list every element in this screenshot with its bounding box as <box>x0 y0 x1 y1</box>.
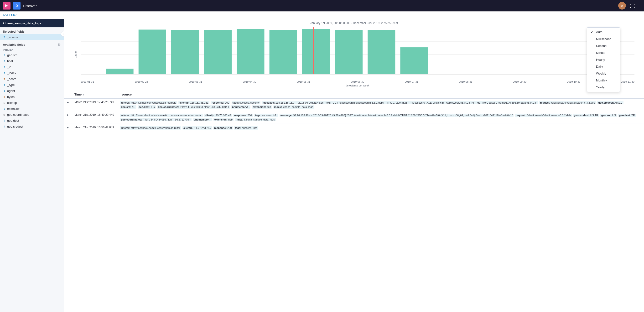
expand-row-button[interactable]: ▶ <box>67 126 69 129</box>
field-type-hash-icon: # <box>3 96 6 98</box>
field-type-hash-icon: # <box>3 78 6 80</box>
field-tag-tags: tags: success, security <box>232 101 260 104</box>
dropdown-item-millisecond[interactable]: Millisecond <box>587 35 620 42</box>
x-tick: 2019-08-31 <box>459 80 472 83</box>
field-tag-tags: tags: success, info <box>254 114 278 117</box>
dropdown-label-daily: Daily <box>596 65 603 68</box>
field-tag-geo-src: geo.src: AR <box>120 105 136 109</box>
field-score[interactable]: # _score <box>0 76 64 82</box>
field-tag-phpmemory: phpmemory: - <box>193 118 212 121</box>
dropdown-label-yearly: Yearly <box>596 86 605 89</box>
field-type-monitor-icon: □ <box>3 102 6 104</box>
field-tag-request: request: /elasticsearch/elasticsearch-6.… <box>515 114 572 117</box>
histogram-chart: 1,500 1,000 500 0 <box>80 27 634 79</box>
field-tag-extension: extension: deb <box>214 118 234 121</box>
expand-row-button[interactable]: ▶ <box>67 113 69 117</box>
selected-fields-title: Selected fields <box>0 27 64 34</box>
field-index[interactable]: t _index <box>0 70 64 76</box>
source-cell: referer: http://www.elastic-elastic-elas… <box>117 111 644 124</box>
svg-rect-18 <box>400 47 428 74</box>
dropdown-item-monthly[interactable]: Monthly <box>587 77 620 84</box>
results-table: Time ↑ _source ▶ March 21st 2019, 17:45:… <box>64 91 644 132</box>
field-bytes[interactable]: # bytes <box>0 94 64 100</box>
field-id[interactable]: t _id <box>0 64 64 70</box>
header: D Discover e ⋮⋮⋮ <box>0 0 644 11</box>
add-filter-button[interactable]: Add a filter + <box>3 13 19 17</box>
y-axis-label: Count <box>74 51 77 58</box>
field-tag-clientip: clientip: 41.77.243.255 <box>182 126 212 130</box>
field-geo-srcdest[interactable]: t geo.srcdest <box>0 124 64 130</box>
source-col-header: _source <box>117 91 644 98</box>
field-type-text-icon: t <box>3 119 6 122</box>
selected-field-source[interactable]: ? _source <box>0 34 64 40</box>
field-tag-request: request: /elasticsearch/elasticsearch-6.… <box>539 101 596 104</box>
dropdown-label-hourly: Hourly <box>596 58 605 61</box>
field-tag-geo-dest: geo.dest: EG <box>138 105 156 109</box>
field-tag-geo-coord: geo.coordinates: { "lat": 45.36216083, "… <box>157 105 230 109</box>
field-tag-tags: tags: success, info <box>234 126 258 130</box>
field-name-score: _score <box>7 77 16 81</box>
field-type-text-icon: t <box>3 84 6 86</box>
dropdown-item-second[interactable]: Second <box>587 42 620 49</box>
field-name-geo-src: geo.src <box>7 53 18 57</box>
time-col-header[interactable]: Time ↑ <box>72 91 117 98</box>
field-type-field[interactable]: t _type <box>0 82 64 88</box>
field-name-agent: agent <box>7 89 15 93</box>
dropdown-item-weekly[interactable]: Weekly <box>587 70 620 77</box>
field-agent[interactable]: t agent <box>0 88 64 94</box>
field-host[interactable]: t host <box>0 58 64 64</box>
x-tick: 2019-03-31 <box>189 80 202 83</box>
index-pattern[interactable]: kibana_sample_data_logs <box>0 19 64 27</box>
svg-rect-9 <box>106 69 134 74</box>
field-tag-geo-dest: geo.dest: TR <box>618 114 636 117</box>
x-tick: 2019-11-30 <box>621 80 634 83</box>
dropdown-item-auto[interactable]: ✓ Auto <box>587 29 620 35</box>
field-geo-src[interactable]: t geo.src <box>0 52 64 58</box>
chart-area: January 1st 2019, 00:00:00.000 - Decembe… <box>64 19 644 87</box>
dropdown-item-daily[interactable]: Daily <box>587 63 620 70</box>
field-tag-response: response: 200 <box>213 126 233 130</box>
field-tag-index: index: kibana_sample_data_logs <box>235 118 276 121</box>
dropdown-label-millisecond: Millisecond <box>596 37 611 41</box>
filter-bar: Add a filter + <box>0 11 644 19</box>
x-tick: 2019-10-31 <box>567 80 580 83</box>
source-cell: referer: http://facebook.com/success/tho… <box>117 124 644 132</box>
field-tag-clientip: clientip: 99.76.103.49 <box>204 114 232 117</box>
dropdown-item-hourly[interactable]: Hourly <box>587 56 620 63</box>
field-type-text-icon: t <box>3 125 6 128</box>
field-type-geo-icon: ◎ <box>3 114 6 116</box>
field-name-id: _id <box>7 65 11 69</box>
field-extension[interactable]: t extension <box>0 106 64 112</box>
field-tag-response: response: 200 <box>210 101 230 104</box>
field-name-geo-dest: geo.dest <box>7 119 19 122</box>
x-tick: 2019-05-31 <box>297 80 310 83</box>
table-row: ▶ March 21st 2019, 16:49:29.440 referer:… <box>64 111 644 124</box>
field-name-clientip: clientip <box>7 101 17 105</box>
user-avatar[interactable]: e <box>618 2 626 9</box>
kibana-logo <box>3 2 10 9</box>
main-layout: kibana_sample_data_logs ‹ Selected field… <box>0 19 644 312</box>
field-type-text-icon: t <box>3 60 6 62</box>
x-tick: 2019-06-30 <box>351 80 364 83</box>
field-geo-dest[interactable]: t geo.dest <box>0 118 64 124</box>
dropdown-item-yearly[interactable]: Yearly <box>587 84 620 91</box>
field-name-type: _type <box>7 83 15 87</box>
dashboard-logo[interactable]: D <box>13 2 20 9</box>
field-geo-coordinates[interactable]: ◎ geo.coordinates <box>0 112 64 118</box>
field-tag-clientip: clientip: 118.151.35.151 <box>178 101 210 104</box>
apps-grid-icon[interactable]: ⋮⋮⋮ <box>628 3 641 8</box>
x-tick: 2019-09-30 <box>513 80 526 83</box>
field-type-icon: ? <box>3 36 6 39</box>
field-type-text-icon: t <box>3 72 6 74</box>
settings-icon[interactable]: ⚙ <box>58 43 61 46</box>
expand-row-button[interactable]: ▶ <box>67 101 69 104</box>
svg-rect-17 <box>368 30 395 74</box>
field-type-text-icon: t <box>3 107 6 110</box>
svg-rect-14 <box>270 30 297 74</box>
dropdown-item-minute[interactable]: Minute <box>587 49 620 56</box>
field-clientip[interactable]: □ clientip <box>0 100 64 106</box>
field-tag-referer: referer: http://www.elastic-elastic-elas… <box>120 114 203 117</box>
field-tag-referer: referer: http://nytimes.com/success/ulf-… <box>120 101 177 104</box>
field-tag-message: message: 99.76.103.49 - - [2018-09-20T20… <box>280 114 514 117</box>
field-tag-geo-coord: geo.coordinates: { "lat": 34.80434056, "… <box>120 118 191 121</box>
